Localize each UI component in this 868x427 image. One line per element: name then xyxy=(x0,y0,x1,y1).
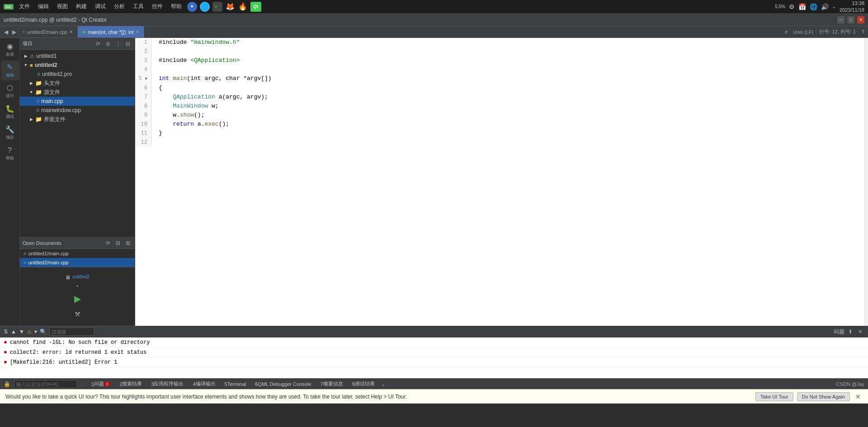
menu-tools[interactable]: 工具 xyxy=(130,2,146,11)
take-tour-button[interactable]: Take UI Tour xyxy=(755,392,793,401)
line-num-8: 8 xyxy=(135,102,151,111)
sidebar-icons: ◉ 欢迎 ✎ 编辑 ⬡ 设计 🐛 调试 🔧 项目 ? 帮助 xyxy=(0,38,20,326)
docs-close-all[interactable]: ⊟ xyxy=(114,239,122,247)
sidebar-item-welcome[interactable]: ◉ 欢迎 xyxy=(1,40,19,60)
problems-content: ● cannot find -lGL: No such file or dire… xyxy=(0,338,868,378)
status-tab-terminal[interactable]: 5 Terminal xyxy=(222,380,249,389)
filter-menu-icon[interactable]: ▾ xyxy=(34,328,37,335)
network-icon[interactable]: 🌐 xyxy=(810,3,817,10)
restore-button[interactable]: □ xyxy=(847,16,854,23)
status-more-icon[interactable]: ⌄ xyxy=(381,381,386,387)
menu-analyze[interactable]: 分析 xyxy=(111,2,127,11)
sidebar-item-debug[interactable]: 🐛 调试 xyxy=(1,102,19,122)
sync-icon[interactable]: ⟳ xyxy=(94,40,102,48)
editor-scrollbar[interactable] xyxy=(864,38,868,326)
tab-nav-next[interactable]: ▶ xyxy=(10,28,18,36)
build-button[interactable]: ⚒ xyxy=(72,309,83,319)
close-button[interactable]: ✕ xyxy=(857,16,864,23)
tab-label-qml: QML Debugger Console xyxy=(258,381,311,387)
tree-item-untitled2pro[interactable]: ≡ untitled2.pro xyxy=(20,70,135,79)
globe-icon[interactable]: 🌐 xyxy=(200,2,210,12)
tree-label-ui: 界面文件 xyxy=(44,116,66,123)
tree-item-untitled2[interactable]: ▼ ■ untitled2 xyxy=(20,61,135,70)
collapse-icon[interactable]: ⊟ xyxy=(124,40,132,48)
tab-close-1[interactable]: ✕ xyxy=(136,29,139,34)
sort-icon[interactable]: ⇅ xyxy=(4,328,8,335)
menu-debug[interactable]: 调试 xyxy=(92,2,108,11)
firefox2-icon[interactable]: 🔥 xyxy=(238,2,248,12)
line-num-9: 9 xyxy=(135,111,151,120)
menu-controls[interactable]: 控件 xyxy=(149,2,165,11)
problem-item-0[interactable]: ● cannot find -lGL: No such file or dire… xyxy=(0,338,868,347)
locate-input[interactable] xyxy=(14,380,77,388)
more-icon[interactable]: ⋮ xyxy=(114,40,122,48)
sidebar-item-edit[interactable]: ✎ 编辑 xyxy=(1,61,19,80)
problems-collapse[interactable]: ⬆ xyxy=(846,328,854,336)
code-line-7: 7 QApplication a(argc, argv); xyxy=(135,93,864,102)
run-button[interactable]: ▶ xyxy=(70,291,85,306)
tree-item-maincpp[interactable]: ≡ main.cpp xyxy=(20,97,135,106)
tab-main-function[interactable]: ◆ main(int, char *[]): int ✕ xyxy=(78,26,144,38)
lock-icon[interactable]: 🔒 xyxy=(4,381,10,387)
docs-expand[interactable]: ⊞ xyxy=(124,239,132,247)
docs-action-1[interactable]: ⟳ xyxy=(104,239,112,247)
notification-close-button[interactable]: ✕ xyxy=(854,393,863,400)
open-docs-list: ≡ untitled1/main.cpp ≡ untitled2/main.cp… xyxy=(20,249,135,267)
tree-item-ui[interactable]: ▶ 📁 界面文件 xyxy=(20,115,135,124)
problems-badge: 3 xyxy=(104,382,110,386)
calendar-icon[interactable]: 📅 xyxy=(798,3,806,10)
tree-item-untitled1[interactable]: ▶ ⚠ untitled1 xyxy=(20,52,135,61)
tree-label-untitled2: untitled2 xyxy=(35,62,57,68)
problems-close[interactable]: ✕ xyxy=(856,328,864,336)
code-editor[interactable]: 1 #include "mainwindow.h" 2 3 #include <… xyxy=(135,38,864,326)
do-not-show-button[interactable]: Do Not Show Again xyxy=(797,392,850,401)
menu-view[interactable]: 视图 xyxy=(54,2,71,11)
search-filter-icon[interactable]: 🔍 xyxy=(40,328,47,335)
audio-icon[interactable]: 🔊 xyxy=(821,3,829,10)
qt-icon[interactable]: Qt xyxy=(250,2,261,12)
tab-main-cpp-untitled2[interactable]: ≡ untitled2/main.cpp ✕ xyxy=(18,26,78,38)
firefox-icon[interactable]: 🦊 xyxy=(225,2,235,12)
expand-icon[interactable]: ⌄ xyxy=(832,4,836,9)
tab-nav-prev[interactable]: ◀ xyxy=(2,28,10,36)
debug-device-label: untitled2 xyxy=(72,274,90,279)
code-content-12 xyxy=(151,138,162,147)
settings-icon[interactable]: ⚙ xyxy=(789,3,795,10)
status-tab-search[interactable]: 2 搜索结果 xyxy=(117,380,145,389)
code-content-8: MainWindow w; xyxy=(151,102,219,111)
status-tab-appout[interactable]: 3 应用程序输出 xyxy=(148,380,186,389)
tree-item-mainwindowcpp[interactable]: ≡ mainwindow.cpp xyxy=(20,106,135,115)
doc-item-1[interactable]: ≡ untitled2/main.cpp xyxy=(20,258,135,267)
problem-item-2[interactable]: ● [Makefile:216: untitled2] Error 1 xyxy=(0,357,868,367)
warning-filter-icon[interactable]: ⚠ xyxy=(27,329,32,335)
tab-label-terminal: Terminal xyxy=(227,381,246,387)
status-tab-compile[interactable]: 4 编译输出 xyxy=(190,380,218,389)
filter-icon[interactable]: ⊘ xyxy=(104,40,112,48)
minimize-button[interactable]: ─ xyxy=(837,16,844,23)
status-tab-problems[interactable]: 1 问题 3 xyxy=(89,380,113,389)
tree-item-sources[interactable]: ▼ 📁 源文件 xyxy=(20,88,135,97)
nav-up-icon[interactable]: ▲ xyxy=(11,328,16,335)
terminal-icon[interactable]: >_ xyxy=(212,2,222,12)
menu-help[interactable]: 帮助 xyxy=(168,2,184,11)
menu-build[interactable]: 构建 xyxy=(73,2,90,11)
tree-item-headers[interactable]: ▶ 📁 头文件 xyxy=(20,79,135,88)
problem-text-2: [Makefile:216: untitled2] Error 1 xyxy=(10,359,118,366)
sidebar-item-help[interactable]: ? 帮助 xyxy=(1,144,19,164)
filter-input[interactable] xyxy=(49,328,94,336)
menu-file[interactable]: 文件 xyxy=(16,2,33,11)
status-tab-qml[interactable]: 6 QML Debugger Console xyxy=(252,380,314,389)
kde-icon[interactable]: ✦ xyxy=(187,2,197,12)
tab-close-0[interactable]: ✕ xyxy=(69,29,73,34)
sidebar-item-project[interactable]: 🔧 项目 xyxy=(1,123,19,143)
sidebar-item-design[interactable]: ⬡ 设计 xyxy=(1,81,19,101)
open-docs-header: Open Documents ⟳ ⊟ ⊞ xyxy=(20,237,135,249)
menu-edit[interactable]: 编辑 xyxy=(35,2,52,11)
pro-file-icon: ≡ xyxy=(37,71,40,77)
problem-item-1[interactable]: ● collect2: error: ld returned 1 exit st… xyxy=(0,347,868,357)
code-content-9: w.show(); xyxy=(151,111,204,120)
status-tab-test[interactable]: 9 测试结果 xyxy=(349,380,377,389)
nav-down-icon[interactable]: ▼ xyxy=(19,328,24,335)
status-tab-summary[interactable]: 7 概要信息 xyxy=(318,380,346,389)
doc-item-0[interactable]: ≡ untitled1/main.cpp xyxy=(20,249,135,258)
